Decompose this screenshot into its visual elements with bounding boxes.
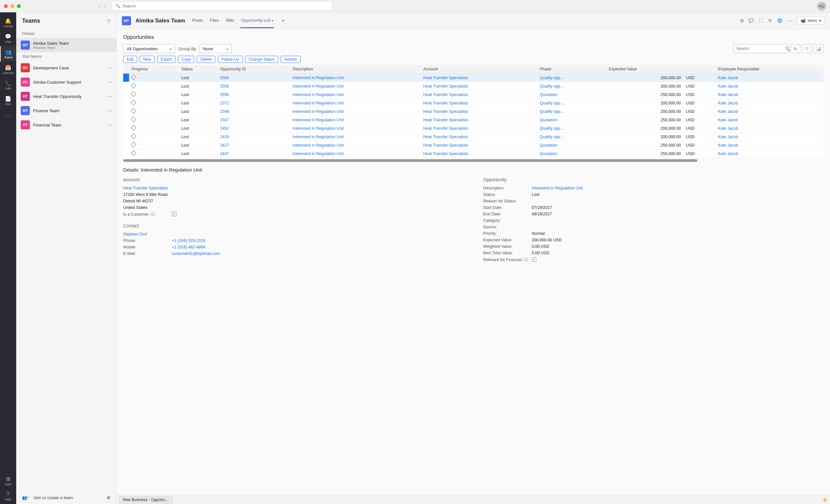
open-external-icon[interactable]: ⧉ bbox=[740, 18, 743, 23]
delete-button[interactable]: Delete bbox=[197, 56, 215, 63]
phase-link[interactable]: Quotation bbox=[540, 92, 557, 97]
description-link[interactable]: Interested in Regulation Unit bbox=[293, 84, 344, 89]
employee-link[interactable]: Kate Jacob bbox=[718, 92, 738, 97]
settings-icon[interactable]: ⚙ bbox=[107, 495, 110, 500]
rail-chat[interactable]: 💬Chat bbox=[0, 30, 16, 46]
opportunity-id-link[interactable]: 2452 bbox=[220, 126, 229, 131]
tab-wiki[interactable]: Wiki bbox=[225, 13, 235, 28]
account-link[interactable]: Heat Transfer Specialists bbox=[423, 101, 469, 105]
opportunity-id-link[interactable]: 2555 bbox=[220, 92, 229, 97]
description-link[interactable]: Interested in Regulation Unit bbox=[293, 75, 344, 80]
nav-forward-icon[interactable]: › bbox=[104, 4, 105, 8]
actions-button[interactable]: Actions bbox=[281, 56, 300, 63]
close-window[interactable] bbox=[4, 4, 8, 8]
table-row[interactable]: Lost 2372 Interested in Regulation Unit … bbox=[123, 99, 824, 107]
tab-posts[interactable]: Posts bbox=[192, 13, 203, 28]
account-link[interactable]: Heat Transfer Specialists bbox=[423, 84, 469, 89]
add-tab-icon[interactable]: ＋ bbox=[281, 17, 286, 24]
bottom-sheet-tab[interactable]: New Business - Opportu… bbox=[119, 496, 172, 503]
table-row[interactable]: Lost 2428 Interested in Regulation Unit … bbox=[123, 133, 824, 141]
export-button[interactable]: Export bbox=[157, 56, 176, 63]
phase-link[interactable]: Quotation bbox=[540, 118, 557, 122]
refresh-button[interactable]: ↻ bbox=[791, 44, 800, 53]
col-header[interactable]: Phase bbox=[537, 65, 606, 74]
phase-link[interactable]: Qualify opp… bbox=[540, 75, 565, 80]
team-more-icon[interactable]: ⋯ bbox=[108, 123, 112, 127]
opportunity-id-link[interactable]: 2556 bbox=[220, 84, 229, 89]
phase-link[interactable]: Qualify opp… bbox=[540, 135, 565, 139]
team-item[interactable]: MTFinance Team⋯ bbox=[16, 103, 117, 118]
team-more-icon[interactable]: ⋯ bbox=[108, 108, 112, 113]
phase-link[interactable]: Qualify opp… bbox=[540, 84, 565, 89]
team-more-icon[interactable]: ⋯ bbox=[108, 80, 112, 85]
edit-button[interactable]: Edit bbox=[123, 56, 137, 63]
rail-calendar[interactable]: 📅Calendar bbox=[0, 62, 16, 77]
account-link[interactable]: Heat Transfer Specialists bbox=[423, 152, 469, 156]
contact-name-link[interactable]: Stephen Dorf bbox=[123, 232, 147, 237]
opportunity-id-link[interactable]: 2372 bbox=[220, 101, 229, 105]
account-link[interactable]: Heat Transfer Specialists bbox=[423, 109, 469, 114]
description-link[interactable]: Interested in Regulation Unit bbox=[293, 101, 344, 105]
rail-calls[interactable]: 📞Calls bbox=[0, 77, 16, 93]
follow-up-button[interactable]: Follow-Up bbox=[218, 56, 243, 63]
col-header[interactable]: Status bbox=[179, 65, 217, 74]
team-item[interactable]: HCAlmika Customer Support⋯ bbox=[16, 75, 117, 89]
employee-link[interactable]: Kate Jacob bbox=[718, 152, 738, 156]
table-search[interactable]: 🔍 bbox=[733, 44, 789, 53]
touch-mode-icon[interactable]: 👆 bbox=[822, 497, 827, 502]
account-link[interactable]: Heat Transfer Specialists bbox=[423, 118, 469, 122]
team-item[interactable]: FTFinancial Team⋯ bbox=[16, 118, 117, 132]
rail-teams[interactable]: 👥Teams bbox=[0, 46, 16, 62]
team-item[interactable]: DCDevelopment Case⋯ bbox=[16, 61, 117, 75]
detail-value-link[interactable]: Interested in Regulation Unit bbox=[532, 186, 824, 190]
col-header[interactable]: Expected Value bbox=[606, 65, 683, 74]
rail-apps[interactable]: ⊞Apps bbox=[0, 473, 16, 489]
filter-button[interactable]: ▽ bbox=[802, 44, 812, 53]
table-row[interactable]: Lost 2508 Interested in Regulation Unit … bbox=[123, 74, 824, 82]
help-icon[interactable]: ⓘ bbox=[524, 257, 528, 262]
account-link[interactable]: Heat Transfer Specialists bbox=[423, 92, 469, 97]
opportunity-id-link[interactable]: 2428 bbox=[220, 135, 229, 139]
pinned-team[interactable]: MT Almika Sales Team Finance Team bbox=[16, 38, 117, 52]
col-header[interactable]: Employee Responsible bbox=[715, 65, 824, 74]
account-link[interactable]: Heat Transfer Specialists bbox=[423, 143, 469, 148]
phase-link[interactable]: Qualify opp… bbox=[540, 109, 565, 114]
horizontal-scrollbar[interactable] bbox=[123, 159, 697, 162]
groupby-dropdown[interactable]: None bbox=[199, 44, 232, 53]
description-link[interactable]: Interested in Regulation Unit bbox=[293, 126, 344, 131]
join-team-icon[interactable]: 👥⁺ bbox=[22, 495, 30, 500]
expand-icon[interactable]: ⛶ bbox=[759, 18, 763, 23]
tab-files[interactable]: Files bbox=[209, 13, 219, 28]
employee-link[interactable]: Kate Jacob bbox=[718, 118, 738, 122]
global-search[interactable]: 🔍 bbox=[112, 2, 332, 11]
opportunity-id-link[interactable]: 2347 bbox=[220, 118, 229, 122]
tab-opportunity-list[interactable]: Opportunity List ▾ bbox=[240, 13, 274, 28]
account-link[interactable]: Heat Transfer Specialists bbox=[423, 135, 469, 139]
phase-link[interactable]: Quotation bbox=[540, 152, 557, 156]
rail-help[interactable]: ?Help bbox=[0, 489, 16, 504]
description-link[interactable]: Interested in Regulation Unit bbox=[293, 118, 344, 122]
table-row[interactable]: Lost 2347 Interested in Regulation Unit … bbox=[123, 116, 824, 124]
email-link[interactable]: customer01@bydmail.com bbox=[172, 251, 220, 256]
employee-link[interactable]: Kate Jacob bbox=[718, 143, 738, 148]
comment-icon[interactable]: 💬 bbox=[748, 18, 754, 23]
mobile-link[interactable]: +1 (518) 482-4864 bbox=[172, 245, 205, 249]
rail-files[interactable]: 📄Files bbox=[0, 93, 16, 108]
filter-dropdown[interactable]: All Opportunities bbox=[123, 44, 175, 53]
table-search-input[interactable] bbox=[736, 46, 785, 51]
reload-icon[interactable]: ↻ bbox=[768, 18, 772, 23]
account-link[interactable]: Heat Transfer Specialists bbox=[423, 75, 469, 80]
chart-button[interactable]: 📊 bbox=[814, 44, 824, 53]
new-button[interactable]: New bbox=[140, 56, 155, 63]
team-more-icon[interactable]: ⋯ bbox=[108, 94, 112, 99]
col-header[interactable]: Progress bbox=[129, 65, 179, 74]
table-row[interactable]: Lost 2556 Interested in Regulation Unit … bbox=[123, 82, 824, 91]
more-icon[interactable]: ⋯ bbox=[788, 18, 792, 23]
employee-link[interactable]: Kate Jacob bbox=[718, 109, 738, 114]
team-more-icon[interactable]: ⋯ bbox=[108, 65, 112, 70]
table-row[interactable]: Lost 2348 Interested in Regulation Unit … bbox=[123, 107, 824, 116]
account-link[interactable]: Heat Transfer Specialists bbox=[423, 126, 469, 131]
copy-button[interactable]: Copy bbox=[178, 56, 194, 63]
description-link[interactable]: Interested in Regulation Unit bbox=[293, 135, 344, 139]
minimize-window[interactable] bbox=[10, 4, 14, 8]
